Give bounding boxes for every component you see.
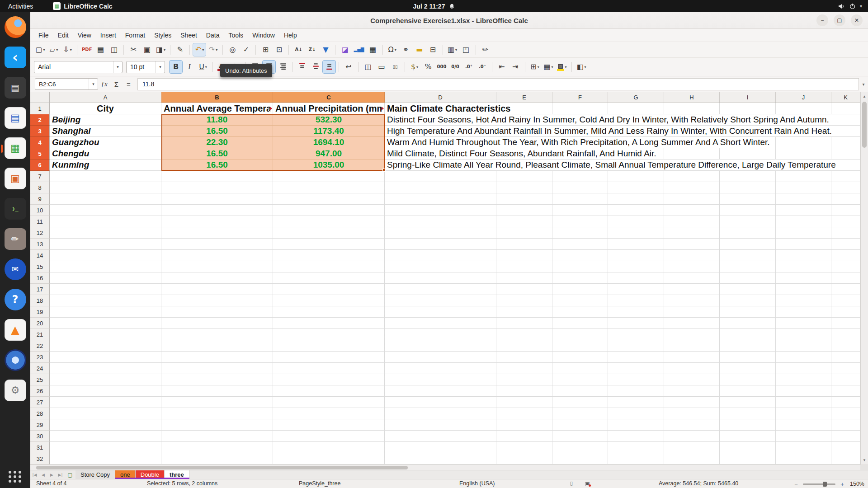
row-header-30[interactable]: 30 xyxy=(30,431,50,442)
cell-D6[interactable]: Spring-Like Climate All Year Round, Plea… xyxy=(385,160,496,171)
cell-A21[interactable] xyxy=(50,329,161,340)
zoom-in-button[interactable]: + xyxy=(839,481,845,488)
selection-statistics-field[interactable]: Average: 546.54; Sum: 5465.40 xyxy=(659,480,738,487)
decrease-indent-button[interactable]: ⇤ xyxy=(495,61,508,73)
unmerge-cells-button[interactable]: ▯▯ xyxy=(389,61,401,73)
row-header-8[interactable]: 8 xyxy=(30,182,50,193)
align-bottom-button[interactable] xyxy=(323,61,335,73)
cell-K11[interactable] xyxy=(831,216,860,227)
last-sheet-button[interactable]: ▶| xyxy=(56,470,65,479)
cell-J22[interactable] xyxy=(776,340,831,352)
select-function-button[interactable]: Σ xyxy=(110,78,123,90)
cell-F31[interactable] xyxy=(552,442,608,453)
chevron-down-icon[interactable]: ▾ xyxy=(565,65,566,69)
sort-ascending-button[interactable]: A↓ xyxy=(292,43,305,56)
cell-F22[interactable] xyxy=(552,340,608,352)
menu-insert[interactable]: Insert xyxy=(96,30,121,40)
cell-C25[interactable] xyxy=(273,374,385,385)
firefox-icon[interactable] xyxy=(5,16,26,38)
conditional-formatting-button[interactable]: ◧▾ xyxy=(575,61,588,73)
cell-H17[interactable] xyxy=(664,284,720,295)
font-name-combo[interactable]: Arial ▾ xyxy=(34,61,123,73)
cell-B4[interactable]: 22.30 xyxy=(161,137,273,148)
chevron-down-icon[interactable]: ▾ xyxy=(113,61,122,73)
cell-K20[interactable] xyxy=(831,318,860,329)
menu-format[interactable]: Format xyxy=(121,30,150,40)
copy-button[interactable]: ▣ xyxy=(141,43,153,56)
paste-button[interactable]: ◨▾ xyxy=(154,43,167,56)
cell-D3[interactable]: High Temperature And Abundant Rainfall I… xyxy=(385,126,496,137)
cell-F14[interactable] xyxy=(552,250,608,261)
format-currency-button[interactable]: $▾ xyxy=(408,61,421,73)
cell-D29[interactable] xyxy=(385,419,496,431)
cell-G15[interactable] xyxy=(608,261,664,272)
cell-F23[interactable] xyxy=(552,352,608,363)
cell-F26[interactable] xyxy=(552,385,608,397)
horizontal-scrollbar[interactable] xyxy=(30,465,868,470)
cell-D32[interactable] xyxy=(385,453,496,465)
cell-B10[interactable] xyxy=(161,205,273,216)
cell-F11[interactable] xyxy=(552,216,608,227)
cell-J16[interactable] xyxy=(776,272,831,284)
cell-C19[interactable] xyxy=(273,306,385,318)
cell-A4[interactable]: Guangzhou xyxy=(50,137,161,148)
cell-B25[interactable] xyxy=(161,374,273,385)
cell-K15[interactable] xyxy=(831,261,860,272)
cell-E21[interactable] xyxy=(496,329,552,340)
cell-G18[interactable] xyxy=(608,295,664,306)
cell-J12[interactable] xyxy=(776,227,831,239)
cell-H32[interactable] xyxy=(664,453,720,465)
cell-G28[interactable] xyxy=(608,408,664,419)
cell-B8[interactable] xyxy=(161,182,273,193)
cell-E15[interactable] xyxy=(496,261,552,272)
cell-I14[interactable] xyxy=(720,250,776,261)
column-header-I[interactable]: I xyxy=(720,92,776,103)
cell-E24[interactable] xyxy=(496,363,552,374)
next-sheet-button[interactable]: ▶ xyxy=(47,470,56,479)
cell-J31[interactable] xyxy=(776,442,831,453)
chevron-down-icon[interactable]: ▾ xyxy=(43,48,45,52)
cell-A8[interactable] xyxy=(50,182,161,193)
cell-F29[interactable] xyxy=(552,419,608,431)
column-header-H[interactable]: H xyxy=(664,92,720,103)
cell-G20[interactable] xyxy=(608,318,664,329)
cell-E14[interactable] xyxy=(496,250,552,261)
cell-K7[interactable] xyxy=(831,171,860,182)
cell-J13[interactable] xyxy=(776,239,831,250)
cell-D1[interactable]: Main Climate Characteristics xyxy=(385,103,496,114)
cell-I5[interactable] xyxy=(720,148,776,160)
cell-E10[interactable] xyxy=(496,205,552,216)
cell-G7[interactable] xyxy=(608,171,664,182)
maximize-button[interactable]: ▢ xyxy=(834,14,845,26)
column-header-A[interactable]: A xyxy=(50,92,161,103)
cell-B22[interactable] xyxy=(161,340,273,352)
cell-E16[interactable] xyxy=(496,272,552,284)
chevron-down-icon[interactable]: ▾ xyxy=(538,65,539,69)
cell-I15[interactable] xyxy=(720,261,776,272)
cell-E26[interactable] xyxy=(496,385,552,397)
find-and-replace-button[interactable]: ◎ xyxy=(226,43,239,56)
cell-C18[interactable] xyxy=(273,295,385,306)
cell-C13[interactable] xyxy=(273,239,385,250)
merge-cells-button[interactable]: ▭ xyxy=(375,61,388,73)
cell-F28[interactable] xyxy=(552,408,608,419)
cell-J21[interactable] xyxy=(776,329,831,340)
cell-G30[interactable] xyxy=(608,431,664,442)
cell-G16[interactable] xyxy=(608,272,664,284)
close-button[interactable]: ✕ xyxy=(851,14,863,26)
selection-info-field[interactable]: Selected: 5 rows, 2 columns xyxy=(147,480,217,487)
function-wizard-button[interactable]: ƒx xyxy=(98,78,110,90)
vertical-scrollbar-thumb[interactable] xyxy=(862,102,867,148)
cell-J5[interactable] xyxy=(776,148,831,160)
format-number-button[interactable]: 000 xyxy=(435,61,448,73)
help-icon[interactable]: ? xyxy=(5,289,26,310)
cell-A14[interactable] xyxy=(50,250,161,261)
cell-B12[interactable] xyxy=(161,227,273,239)
row-header-14[interactable]: 14 xyxy=(30,250,50,261)
cell-K2[interactable] xyxy=(831,114,860,126)
cell-A9[interactable] xyxy=(50,193,161,205)
menu-tools[interactable]: Tools xyxy=(224,30,248,40)
cell-A20[interactable] xyxy=(50,318,161,329)
cell-I22[interactable] xyxy=(720,340,776,352)
selection-mode-icon[interactable]: ▯ xyxy=(570,480,573,486)
